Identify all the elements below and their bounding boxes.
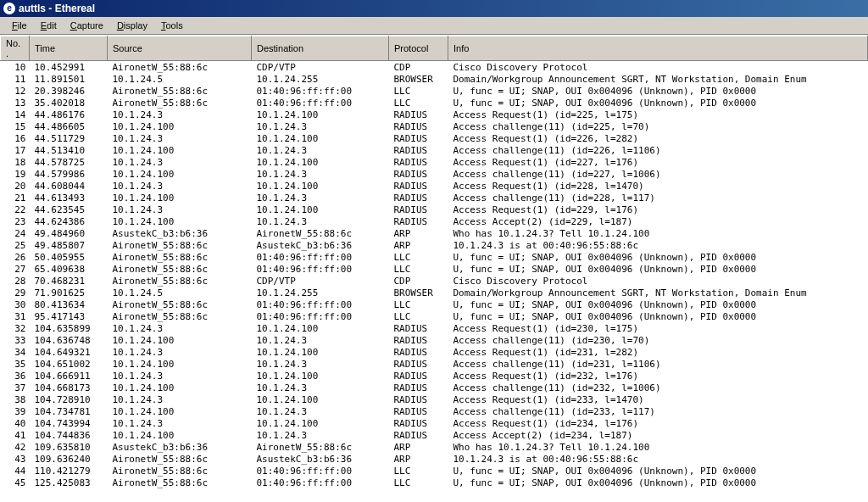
cell-time: 44.624386 — [30, 216, 108, 228]
cell-proto: LLC — [389, 252, 448, 264]
cell-info: Access Request(1) (id=230, l=175) — [448, 323, 868, 335]
cell-dst: 10.1.24.100 — [252, 323, 389, 335]
table-row[interactable]: 1220.398246AironetW_55:88:6c01:40:96:ff:… — [1, 86, 868, 98]
cell-info: Who has 10.1.24.3? Tell 10.1.24.100 — [448, 228, 868, 240]
col-header-source[interactable]: Source — [108, 36, 252, 61]
table-row[interactable]: 44110.421279AironetW_55:88:6c01:40:96:ff… — [1, 466, 868, 477]
cell-info: Access challenge(11) (id=225, l=70) — [448, 121, 868, 133]
table-row[interactable]: 1335.402018AironetW_55:88:6c01:40:96:ff:… — [1, 98, 868, 109]
table-row[interactable]: 40104.74399410.1.24.310.1.24.100RADIUSAc… — [1, 418, 868, 430]
cell-dst: 01:40:96:ff:ff:00 — [252, 252, 389, 264]
cell-time: 44.579986 — [30, 169, 108, 181]
cell-dst: AironetW_55:88:6c — [252, 228, 389, 240]
cell-time: 49.485807 — [30, 240, 108, 252]
cell-proto: LLC — [389, 299, 448, 311]
table-row[interactable]: 33104.63674810.1.24.10010.1.24.3RADIUSAc… — [1, 335, 868, 347]
table-row[interactable]: 43109.636240AironetW_55:88:6cAsustekC_b3… — [1, 454, 868, 466]
table-row[interactable]: 1944.57998610.1.24.10010.1.24.3RADIUSAcc… — [1, 169, 868, 181]
table-row[interactable]: 2765.409638AironetW_55:88:6c01:40:96:ff:… — [1, 264, 868, 276]
cell-no: 22 — [1, 204, 30, 216]
cell-time: 104.728910 — [30, 394, 108, 406]
cell-proto: RADIUS — [389, 181, 448, 192]
table-header-row: No. . Time Source Destination Protocol I… — [1, 36, 868, 61]
cell-time: 44.511729 — [30, 133, 108, 145]
table-row[interactable]: 3195.417143AironetW_55:88:6c01:40:96:ff:… — [1, 311, 868, 323]
table-row[interactable]: 1844.57872510.1.24.310.1.24.100RADIUSAcc… — [1, 157, 868, 169]
cell-info: Cisco Discovery Protocol — [448, 276, 868, 287]
col-header-protocol[interactable]: Protocol — [389, 36, 448, 61]
table-row[interactable]: 2044.60804410.1.24.310.1.24.100RADIUSAcc… — [1, 181, 868, 192]
table-row[interactable]: 2870.468231AironetW_55:88:6cCDP/VTPCDPCi… — [1, 276, 868, 287]
menu-file[interactable]: File — [5, 19, 34, 32]
col-header-info[interactable]: Info — [448, 36, 868, 61]
cell-info: U, func = UI; SNAP, OUI 0x004096 (Unknow… — [448, 299, 868, 311]
table-row[interactable]: 45125.425083AironetW_55:88:6c01:40:96:ff… — [1, 477, 868, 489]
cell-proto: RADIUS — [389, 371, 448, 382]
cell-proto: RADIUS — [389, 145, 448, 157]
cell-src: 10.1.24.3 — [108, 181, 252, 192]
table-row[interactable]: 3080.413634AironetW_55:88:6c01:40:96:ff:… — [1, 299, 868, 311]
cell-info: Access challenge(11) (id=228, l=117) — [448, 192, 868, 204]
table-row[interactable]: 2971.90162510.1.24.510.1.24.255BROWSERDo… — [1, 287, 868, 299]
cell-no: 35 — [1, 359, 30, 371]
table-row[interactable]: 2650.405955AironetW_55:88:6c01:40:96:ff:… — [1, 252, 868, 264]
table-row[interactable]: 1010.452991AironetW_55:88:6cCDP/VTPCDPCi… — [1, 61, 868, 75]
table-row[interactable]: 35104.65100210.1.24.10010.1.24.3RADIUSAc… — [1, 359, 868, 371]
cell-no: 30 — [1, 299, 30, 311]
cell-time: 95.417143 — [30, 311, 108, 323]
table-row[interactable]: 1644.51172910.1.24.310.1.24.100RADIUSAcc… — [1, 133, 868, 145]
cell-src: AironetW_55:88:6c — [108, 299, 252, 311]
table-row[interactable]: 39104.73478110.1.24.10010.1.24.3RADIUSAc… — [1, 406, 868, 418]
cell-time: 44.486605 — [30, 121, 108, 133]
cell-proto: RADIUS — [389, 216, 448, 228]
table-row[interactable]: 2344.62438610.1.24.10010.1.24.3RADIUSAcc… — [1, 216, 868, 228]
cell-src: 10.1.24.100 — [108, 430, 252, 442]
cell-dst: 10.1.24.3 — [252, 192, 389, 204]
menu-display[interactable]: Display — [110, 19, 154, 32]
cell-time: 44.578725 — [30, 157, 108, 169]
table-row[interactable]: 1744.51341010.1.24.10010.1.24.3RADIUSAcc… — [1, 145, 868, 157]
table-row[interactable]: 41104.74483610.1.24.10010.1.24.3RADIUSAc… — [1, 430, 868, 442]
cell-info: Access challenge(11) (id=231, l=1106) — [448, 359, 868, 371]
cell-no: 31 — [1, 311, 30, 323]
table-row[interactable]: 1111.89150110.1.24.510.1.24.255BROWSERDo… — [1, 74, 868, 86]
menu-edit[interactable]: Edit — [34, 19, 64, 32]
cell-dst: 01:40:96:ff:ff:00 — [252, 477, 389, 489]
table-row[interactable]: 42109.635810AsustekC_b3:b6:36AironetW_55… — [1, 442, 868, 454]
col-header-destination[interactable]: Destination — [252, 36, 389, 61]
table-row[interactable]: 37104.66817310.1.24.10010.1.24.3RADIUSAc… — [1, 382, 868, 394]
cell-src: 10.1.24.3 — [108, 157, 252, 169]
col-header-time[interactable]: Time — [30, 36, 108, 61]
table-row[interactable]: 2144.61349310.1.24.10010.1.24.3RADIUSAcc… — [1, 192, 868, 204]
cell-info: Access Request(1) (id=231, l=282) — [448, 347, 868, 359]
cell-src: AironetW_55:88:6c — [108, 86, 252, 98]
cell-info: Access challenge(11) (id=232, l=1006) — [448, 382, 868, 394]
table-row[interactable]: 2449.484960AsustekC_b3:b6:36AironetW_55:… — [1, 228, 868, 240]
cell-info: Domain/Workgroup Announcement SGRT, NT W… — [448, 74, 868, 86]
cell-no: 25 — [1, 240, 30, 252]
menu-capture[interactable]: Capture — [64, 19, 110, 32]
table-row[interactable]: 32104.63589910.1.24.310.1.24.100RADIUSAc… — [1, 323, 868, 335]
table-row[interactable]: 1544.48660510.1.24.10010.1.24.3RADIUSAcc… — [1, 121, 868, 133]
table-row[interactable]: 34104.64932110.1.24.310.1.24.100RADIUSAc… — [1, 347, 868, 359]
col-header-no[interactable]: No. . — [1, 36, 30, 61]
cell-no: 12 — [1, 86, 30, 98]
cell-no: 41 — [1, 430, 30, 442]
menu-tools[interactable]: Tools — [154, 19, 190, 32]
window-titlebar: e auttls - Ethereal — [0, 0, 868, 17]
table-row[interactable]: 36104.66691110.1.24.310.1.24.100RADIUSAc… — [1, 371, 868, 382]
table-row[interactable]: 1444.48617610.1.24.310.1.24.100RADIUSAcc… — [1, 109, 868, 121]
cell-time: 44.613493 — [30, 192, 108, 204]
cell-no: 11 — [1, 74, 30, 86]
packet-list-pane[interactable]: No. . Time Source Destination Protocol I… — [0, 35, 868, 502]
cell-info: Access challenge(11) (id=230, l=70) — [448, 335, 868, 347]
cell-src: AironetW_55:88:6c — [108, 61, 252, 75]
table-row[interactable]: 2244.62354510.1.24.310.1.24.100RADIUSAcc… — [1, 204, 868, 216]
cell-no: 27 — [1, 264, 30, 276]
table-row[interactable]: 38104.72891010.1.24.310.1.24.100RADIUSAc… — [1, 394, 868, 406]
table-row[interactable]: 2549.485807AironetW_55:88:6cAsustekC_b3:… — [1, 240, 868, 252]
cell-info: Access Request(1) (id=225, l=175) — [448, 109, 868, 121]
cell-dst: 10.1.24.255 — [252, 287, 389, 299]
cell-info: Access Request(1) (id=228, l=1470) — [448, 181, 868, 192]
cell-info: U, func = UI; SNAP, OUI 0x004096 (Unknow… — [448, 311, 868, 323]
